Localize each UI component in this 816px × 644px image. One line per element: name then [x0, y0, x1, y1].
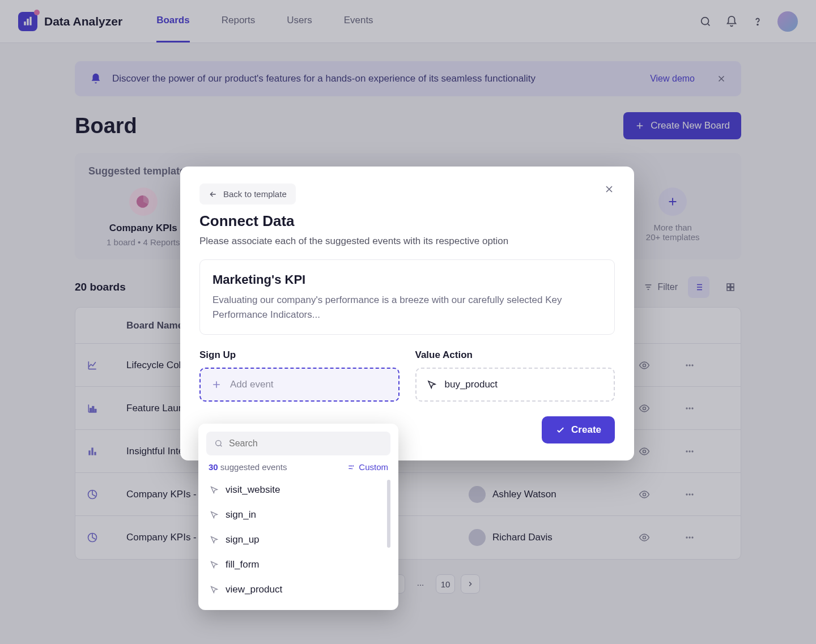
kpi-box: Marketing's KPI Evaluating our company's… — [199, 259, 615, 335]
event-option-visit-website[interactable]: visit_website — [206, 477, 390, 502]
cursor-icon — [427, 379, 437, 390]
cursor-icon — [210, 485, 219, 494]
arrow-left-icon — [209, 190, 218, 199]
cursor-icon — [210, 510, 219, 519]
search-input[interactable] — [229, 438, 382, 449]
signup-label: Sign Up — [199, 349, 400, 361]
value-action-label: Value Action — [415, 349, 615, 361]
connect-data-modal: Back to template Connect Data Please ass… — [180, 167, 634, 460]
add-event-input[interactable]: Add event — [199, 368, 400, 402]
create-button[interactable]: Create — [542, 416, 615, 443]
kpi-desc: Evaluating our company's performance is … — [212, 293, 602, 322]
signup-field: Sign Up Add event — [199, 349, 400, 402]
create-label: Create — [571, 424, 601, 436]
check-icon — [555, 425, 566, 435]
sliders-icon — [347, 463, 355, 471]
cursor-icon — [210, 535, 219, 544]
cursor-icon — [210, 560, 219, 569]
modal-title: Connect Data — [199, 212, 615, 230]
add-event-placeholder: Add event — [230, 379, 274, 390]
cursor-icon — [210, 585, 219, 594]
event-option-sign-up[interactable]: sign_up — [206, 527, 390, 552]
dropdown-list: visit_website sign_in sign_up fill_form … — [206, 477, 390, 602]
event-option-fill-form[interactable]: fill_form — [206, 552, 390, 577]
value-action-input[interactable]: buy_product — [415, 368, 615, 402]
value-action-text: buy_product — [445, 379, 498, 390]
scrollbar[interactable] — [387, 480, 390, 548]
back-to-template-button[interactable]: Back to template — [199, 184, 296, 204]
events-dropdown: 30 suggested events Custom visit_website… — [198, 424, 398, 610]
value-action-field: Value Action buy_product — [415, 349, 615, 402]
back-label: Back to template — [223, 189, 287, 199]
event-option-view-product[interactable]: view_product — [206, 577, 390, 602]
custom-button[interactable]: Custom — [347, 462, 388, 472]
plus-icon — [211, 379, 222, 390]
dropdown-count-n: 30 — [209, 462, 218, 472]
dropdown-meta: 30 suggested events Custom — [206, 462, 390, 472]
dropdown-search[interactable] — [206, 432, 390, 455]
dropdown-count-t: suggested events — [218, 462, 287, 472]
kpi-title: Marketing's KPI — [212, 272, 602, 287]
close-icon[interactable] — [604, 184, 615, 195]
event-option-sign-in[interactable]: sign_in — [206, 502, 390, 527]
modal-subtitle: Please associate each of the suggested e… — [199, 236, 615, 247]
svg-point-37 — [216, 441, 221, 446]
search-icon — [214, 439, 223, 448]
